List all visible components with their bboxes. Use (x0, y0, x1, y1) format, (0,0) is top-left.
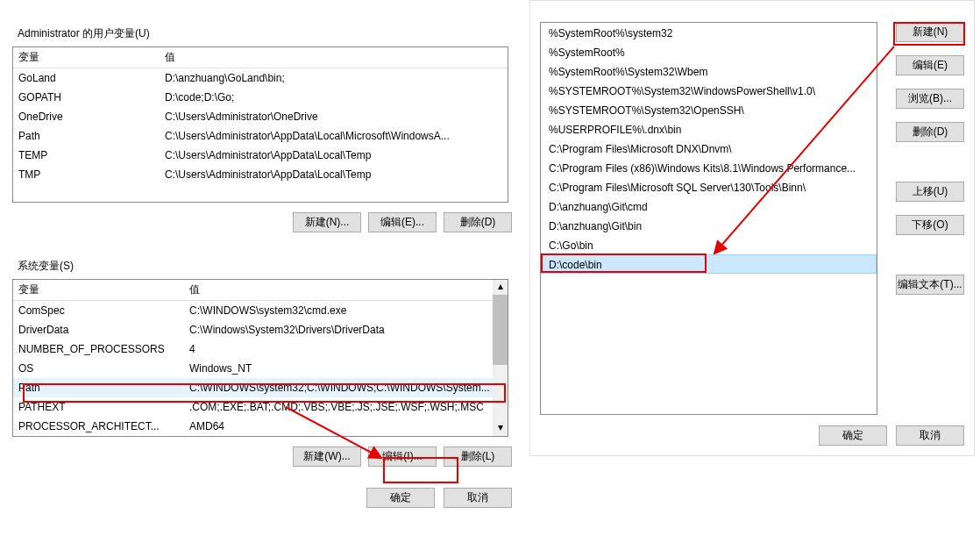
var-value-cell: C:\WINDOWS\system32\cmd.exe (184, 304, 508, 317)
var-name-cell: Path (13, 382, 184, 394)
table-row[interactable]: PROCESSOR_ARCHITECT...AMD64 (13, 417, 508, 436)
var-name-cell: OS (13, 362, 184, 375)
var-value-cell: Windows_NT (184, 362, 508, 375)
var-name-cell: NUMBER_OF_PROCESSORS (13, 343, 184, 355)
path-down-button[interactable]: 下移(O) (896, 215, 964, 235)
table-header: 变量 值 (13, 47, 508, 68)
var-value-cell: D:\code;D:\Go; (160, 91, 508, 104)
col-name-header[interactable]: 变量 (13, 50, 160, 65)
var-name-cell: GoLand (13, 72, 160, 84)
list-item[interactable]: %SYSTEMROOT%\System32\OpenSSH\ (541, 100, 877, 119)
var-value-cell: .COM;.EXE;.BAT;.CMD;.VBS;.VBE;.JS;.JSE;.… (184, 401, 508, 413)
list-item[interactable]: %SystemRoot% (541, 42, 877, 61)
path-ok-button[interactable]: 确定 (819, 425, 887, 446)
edit-path-dialog: %SystemRoot%\system32%SystemRoot%%System… (529, 0, 975, 456)
env-vars-dialog: Administrator 的用户变量(U) 变量 值 GoLandD:\anz… (12, 0, 517, 520)
var-name-cell: TEMP (13, 149, 160, 161)
scrollbar[interactable]: ▴ ▾ (493, 280, 508, 436)
table-row[interactable]: OSWindows_NT (13, 359, 508, 378)
var-name-cell: Path (13, 130, 160, 142)
path-new-button[interactable]: 新建(N) (896, 22, 964, 42)
path-cancel-button[interactable]: 取消 (896, 425, 964, 446)
list-item[interactable]: C:\Program Files\Microsoft DNX\Dnvm\ (541, 139, 877, 158)
user-vars-table[interactable]: 变量 值 GoLandD:\anzhuang\GoLand\bin;GOPATH… (12, 46, 508, 203)
list-item[interactable]: %SystemRoot%\System32\Wbem (541, 61, 877, 81)
var-name-cell: OneDrive (13, 111, 160, 123)
var-value-cell: D:\anzhuang\GoLand\bin; (160, 72, 508, 84)
var-name-cell: DriverData (13, 324, 184, 336)
var-value-cell: C:\Users\Administrator\OneDrive (160, 111, 508, 123)
sys-new-button[interactable]: 新建(W)... (293, 446, 361, 467)
table-row[interactable]: TEMPC:\Users\Administrator\AppData\Local… (13, 146, 508, 165)
list-item[interactable]: C:\Program Files (x86)\Windows Kits\8.1\… (541, 158, 877, 177)
col-name-header[interactable]: 变量 (13, 282, 184, 297)
table-row[interactable]: PathC:\WINDOWS\system32;C:\WINDOWS;C:\WI… (13, 378, 508, 397)
table-row[interactable]: PathC:\Users\Administrator\AppData\Local… (13, 126, 508, 146)
table-row[interactable]: NUMBER_OF_PROCESSORS4 (13, 339, 508, 359)
list-item[interactable]: C:\Go\bin (541, 235, 877, 254)
var-value-cell: C:\WINDOWS\system32;C:\WINDOWS;C:\WINDOW… (184, 382, 508, 394)
path-up-button[interactable]: 上移(U) (896, 182, 964, 202)
var-name-cell: PATHEXT (13, 401, 184, 413)
sys-vars-table[interactable]: 变量 值 ComSpecC:\WINDOWS\system32\cmd.exeD… (12, 279, 508, 437)
table-row[interactable]: GoLandD:\anzhuang\GoLand\bin; (13, 68, 508, 88)
table-row[interactable]: OneDriveC:\Users\Administrator\OneDrive (13, 107, 508, 126)
list-item[interactable]: D:\anzhuang\Git\cmd (541, 196, 877, 216)
var-value-cell: 4 (184, 343, 508, 355)
scroll-arrow-down-icon[interactable]: ▾ (493, 421, 508, 436)
col-value-header[interactable]: 值 (160, 50, 508, 65)
cancel-button[interactable]: 取消 (444, 488, 512, 508)
list-item[interactable]: D:\code\bin (541, 254, 877, 274)
user-delete-button[interactable]: 删除(D) (444, 212, 512, 232)
sys-edit-button[interactable]: 编辑(I)... (368, 446, 437, 467)
ok-button[interactable]: 确定 (366, 488, 435, 508)
var-name-cell: PROCESSOR_ARCHITECT... (13, 420, 184, 432)
user-edit-button[interactable]: 编辑(E)... (368, 212, 437, 232)
table-row[interactable]: PATHEXT.COM;.EXE;.BAT;.CMD;.VBS;.VBE;.JS… (13, 397, 508, 417)
table-row[interactable]: ComSpecC:\WINDOWS\system32\cmd.exe (13, 301, 508, 320)
sys-delete-button[interactable]: 删除(L) (444, 446, 512, 467)
var-value-cell: C:\Users\Administrator\AppData\Local\Tem… (160, 149, 508, 161)
list-item[interactable]: C:\Program Files\Microsoft SQL Server\13… (541, 177, 877, 196)
var-value-cell: C:\Users\Administrator\AppData\Local\Tem… (160, 168, 508, 181)
scroll-arrow-up-icon[interactable]: ▴ (493, 280, 508, 295)
table-row[interactable]: DriverDataC:\Windows\System32\Drivers\Dr… (13, 320, 508, 339)
user-vars-label: Administrator 的用户变量(U) (18, 26, 517, 41)
list-item[interactable]: %SYSTEMROOT%\System32\WindowsPowerShell\… (541, 81, 877, 100)
var-value-cell: AMD64 (184, 420, 508, 432)
table-header: 变量 值 (13, 280, 508, 301)
col-value-header[interactable]: 值 (184, 282, 508, 297)
path-browse-button[interactable]: 浏览(B)... (896, 89, 964, 109)
var-name-cell: TMP (13, 168, 160, 181)
path-edit-text-button[interactable]: 编辑文本(T)... (896, 275, 964, 295)
table-row[interactable]: GOPATHD:\code;D:\Go; (13, 88, 508, 107)
list-item[interactable]: %SystemRoot%\system32 (541, 23, 877, 42)
var-name-cell: ComSpec (13, 304, 184, 317)
list-item[interactable]: %USERPROFILE%\.dnx\bin (541, 119, 877, 139)
var-value-cell: C:\Windows\System32\Drivers\DriverData (184, 324, 508, 336)
list-item[interactable]: D:\anzhuang\Git\bin (541, 216, 877, 235)
path-delete-button[interactable]: 删除(D) (896, 122, 964, 142)
path-edit-button[interactable]: 编辑(E) (896, 55, 964, 75)
user-new-button[interactable]: 新建(N)... (293, 212, 361, 232)
var-value-cell: C:\Users\Administrator\AppData\Local\Mic… (160, 130, 508, 142)
var-name-cell: GOPATH (13, 91, 160, 104)
table-row[interactable]: TMPC:\Users\Administrator\AppData\Local\… (13, 165, 508, 184)
path-listbox[interactable]: %SystemRoot%\system32%SystemRoot%%System… (540, 22, 877, 415)
sys-vars-label: 系统变量(S) (18, 259, 517, 274)
scroll-thumb[interactable] (493, 295, 508, 365)
